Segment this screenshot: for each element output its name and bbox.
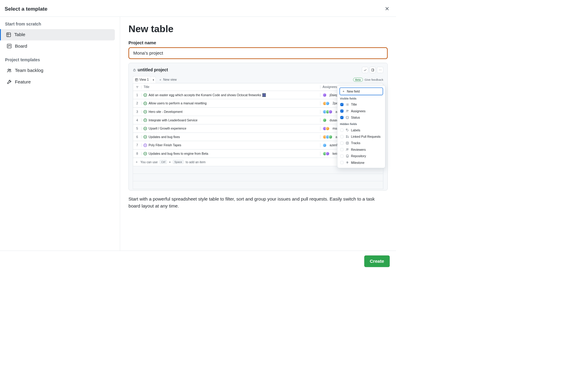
row-title: Add an easter egg which accepts the Kona… xyxy=(149,93,266,97)
row-title-cell[interactable]: Integrate with Leaderboard Service xyxy=(142,118,320,122)
new-field-button[interactable]: ＋ New field xyxy=(340,87,383,95)
field-title[interactable]: Title xyxy=(340,101,383,108)
sidebar-item-label: Table xyxy=(14,32,25,38)
field-assignees[interactable]: Assignees xyxy=(340,108,383,114)
row-title: Updates and bug fixes to engine from Bet… xyxy=(149,152,208,155)
row-number: 8 xyxy=(133,152,142,155)
kebab-icon[interactable]: ⋯ xyxy=(377,67,383,73)
sidebar-item-label: Feature xyxy=(15,79,31,85)
avatar xyxy=(326,151,330,156)
project-name-label: Project name xyxy=(128,40,388,45)
sidebar-item-label: Board xyxy=(15,43,27,49)
single-select-icon xyxy=(346,116,349,119)
checkbox-icon[interactable] xyxy=(340,148,343,151)
field-label: Reviewers xyxy=(351,148,366,151)
view-tab-dropdown[interactable]: ▾ xyxy=(151,76,156,83)
row-title-cell[interactable]: Updates and bug fixes xyxy=(142,135,320,139)
field-label: Repository xyxy=(351,154,366,158)
row-number: 3 xyxy=(133,110,142,113)
row-number: 7 xyxy=(133,144,142,147)
insights-icon[interactable] xyxy=(362,67,368,73)
checkbox-icon[interactable] xyxy=(340,161,343,164)
svg-point-25 xyxy=(347,110,348,111)
svg-rect-10 xyxy=(371,69,374,71)
kbd-ctrl: Ctrl xyxy=(160,160,167,164)
row-title-cell[interactable]: Add an easter egg which accepts the Kona… xyxy=(142,93,320,97)
row-title-cell[interactable]: Hero site - Development xyxy=(142,110,320,113)
field-reviewers[interactable]: Reviewers xyxy=(340,146,383,153)
git-pull-request-icon xyxy=(346,135,349,138)
checkbox-icon[interactable] xyxy=(340,129,343,132)
field-repository[interactable]: Repository xyxy=(340,153,383,159)
field-tracks[interactable]: Tracks xyxy=(340,140,383,146)
repo-icon xyxy=(346,154,349,158)
row-title: Updates and bug fixes xyxy=(149,135,180,139)
checkbox-icon[interactable] xyxy=(340,135,343,138)
checkbox-icon[interactable] xyxy=(340,154,343,157)
field-linked-pr[interactable]: Linked Pull Requests xyxy=(340,133,383,140)
row-title-cell[interactable]: Poly Fiber Finish Tapes xyxy=(142,144,320,147)
view-tab-label: View 1 xyxy=(139,78,149,82)
field-label: Labels xyxy=(351,128,360,132)
filter-icon[interactable] xyxy=(133,86,142,89)
checkbox-icon[interactable] xyxy=(340,141,343,144)
list-icon xyxy=(346,103,349,106)
field-labels[interactable]: Labels xyxy=(340,127,383,133)
sidebar-section-templates: Project templates xyxy=(5,58,115,63)
issue-open-icon xyxy=(144,135,147,138)
field-label: Assignees xyxy=(351,109,366,113)
sidebar-item-team-backlog[interactable]: Team backlog xyxy=(3,65,115,76)
svg-point-7 xyxy=(8,69,9,70)
project-name-input[interactable] xyxy=(128,47,388,59)
row-title-cell[interactable]: Updates and bug fixes to engine from Bet… xyxy=(142,152,320,155)
svg-point-24 xyxy=(346,110,347,111)
hint-text: to add an item xyxy=(186,160,206,164)
create-button[interactable]: Create xyxy=(364,255,390,267)
sidebar-item-feature[interactable]: Feature xyxy=(3,76,115,87)
template-description: Start with a powerful spreadsheet style … xyxy=(128,195,388,210)
avatar xyxy=(326,126,330,130)
field-label: Title xyxy=(351,103,357,106)
fields-popover: ＋ New field Visible fields Title A xyxy=(337,85,385,168)
row-title: Hero site - Development xyxy=(149,110,183,113)
svg-rect-26 xyxy=(346,117,348,119)
main-content: New table Project name untitled project xyxy=(120,17,396,251)
svg-point-35 xyxy=(347,149,348,150)
sidebar-item-board[interactable]: Board xyxy=(3,40,115,52)
row-title-cell[interactable]: Upsell / Growth experience xyxy=(142,127,320,130)
give-feedback-link[interactable]: Give feedback xyxy=(364,78,383,81)
footer: Create xyxy=(0,251,396,271)
checkbox-icon[interactable] xyxy=(340,103,343,106)
panel-icon[interactable] xyxy=(369,67,376,73)
people-icon xyxy=(346,110,349,113)
svg-point-18 xyxy=(346,104,347,104)
row-number: 5 xyxy=(133,127,142,130)
row-title: Integrate with Leaderboard Service xyxy=(149,118,197,122)
field-status[interactable]: Status xyxy=(340,114,383,121)
tools-icon xyxy=(7,79,12,84)
tracks-icon xyxy=(346,141,349,145)
svg-point-34 xyxy=(346,148,347,149)
field-milestone[interactable]: Milestone xyxy=(340,159,383,166)
checkbox-icon[interactable] xyxy=(340,116,343,119)
close-icon[interactable]: ✕ xyxy=(384,5,390,13)
avatar xyxy=(323,118,327,122)
new-view-button[interactable]: ＋ New view xyxy=(156,78,179,82)
lock-icon xyxy=(133,68,136,71)
people-icon xyxy=(346,148,349,151)
template-preview: untitled project ⋯ View 1 xyxy=(128,63,388,191)
col-title[interactable]: Title xyxy=(142,85,320,89)
svg-point-22 xyxy=(346,105,347,106)
avatar xyxy=(323,143,327,147)
issue-open-icon xyxy=(144,102,147,105)
checkbox-icon[interactable] xyxy=(340,110,343,113)
plus-icon: ＋ xyxy=(135,160,138,164)
avatar xyxy=(323,93,327,97)
sidebar-item-table[interactable]: Table xyxy=(0,29,115,40)
row-title-cell[interactable]: Allow users to perform a manual resettin… xyxy=(142,102,320,105)
plus-icon: ＋ xyxy=(159,78,162,82)
svg-point-29 xyxy=(346,137,347,138)
view-tab[interactable]: View 1 xyxy=(133,76,151,83)
modal-title: Select a template xyxy=(5,6,47,12)
tag-icon xyxy=(346,128,349,132)
